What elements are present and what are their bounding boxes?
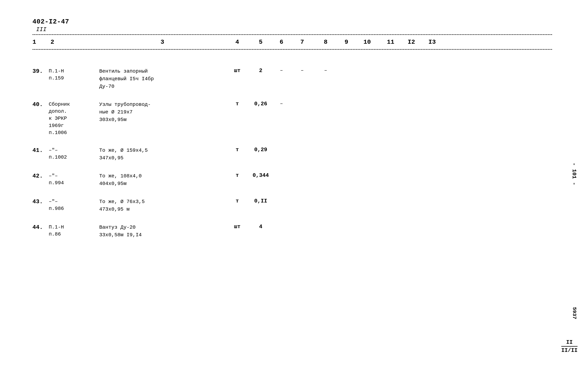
row-39-ref: П.1-Н п.159 — [49, 66, 99, 82]
row-40-num: 40. — [32, 99, 49, 108]
col-header-6: 6 — [273, 39, 291, 45]
table-row: 42. –"– п.994 То же, 108x4,0 404x0,95м т… — [32, 171, 552, 187]
row-39-desc: Вентиль запорный фланцевый I5ч I4бр Ду-7… — [99, 66, 226, 90]
doc-number: 402-I2-47 — [32, 18, 69, 25]
row-42-num: 42. — [32, 171, 49, 179]
row-43-num: 43. — [32, 197, 49, 205]
table-row: 43. –"– п.986 То же, Ø 76x3,5 473x0,95 м… — [32, 197, 552, 213]
column-headers: 1 2 3 4 5 6 7 8 9 10 11 I2 I3 — [32, 35, 552, 49]
row-44-ref: П.1-Н п.86 — [49, 222, 99, 238]
col-header-12: I2 — [402, 39, 420, 45]
row-42-desc: То же, 108x4,0 404x0,95м — [99, 171, 226, 187]
row-41-ref: –"– п.1002 — [49, 145, 99, 161]
doc-subtitle: III — [36, 26, 69, 33]
col-header-11: 11 — [379, 39, 402, 45]
row-40-desc: Узлы трубопровод- ные Ø 219x7 303x0,95м — [99, 99, 226, 124]
row-41-num: 41. — [32, 145, 49, 154]
table-row: 44. П.1-Н п.86 Вантуз Ду-20 33x0,58м I9,… — [32, 222, 552, 239]
row-44-qty: 4 — [249, 222, 273, 230]
col-header-13: I3 — [420, 39, 444, 45]
row-44-num: 44. — [32, 222, 49, 231]
bottom-fraction-top: II — [561, 339, 578, 347]
row-42-unit: т — [226, 171, 249, 179]
row-44-unit: шт — [226, 222, 249, 230]
row-40-ref: Сборник допол. к ЭРКР 1969г п.1006 — [49, 99, 99, 136]
row-43-ref: –"– п.986 — [49, 197, 99, 212]
row-39-unit: шт — [226, 66, 249, 74]
row-39-num: 39. — [32, 66, 49, 75]
col-header-1: 1 — [32, 39, 49, 45]
col-header-5: 5 — [249, 39, 273, 45]
col-header-7: 7 — [291, 39, 314, 45]
table-row: 41. –"– п.1002 То же, Ø 159x4,5 347x0,95… — [32, 145, 552, 162]
row-39-col8: – — [314, 66, 337, 73]
col-header-2: 2 — [49, 39, 99, 45]
row-40-col6: – — [273, 99, 291, 106]
row-41-unit: т — [226, 145, 249, 153]
row-41-desc: То же, Ø 159x4,5 347x0,95 — [99, 145, 226, 162]
table-row: 40. Сборник допол. к ЭРКР 1969г п.1006 У… — [32, 99, 552, 136]
data-rows: 39. П.1-Н п.159 Вентиль запорный фланцев… — [32, 57, 552, 239]
col-header-9: 9 — [337, 39, 356, 45]
row-43-qty: 0,II — [249, 197, 273, 204]
table-area: 1 2 3 4 5 6 7 8 9 10 11 I2 I3 39. П.1-Н … — [32, 34, 552, 239]
row-41-qty: 0,29 — [249, 145, 273, 153]
row-42-ref: –"– п.994 — [49, 171, 99, 186]
col-header-8: 8 — [314, 39, 337, 45]
side-label-5937: 5937 — [572, 307, 577, 319]
row-39-col6: – — [273, 66, 291, 73]
bottom-header-dashed-line — [32, 49, 552, 50]
col-header-3: 3 — [99, 39, 226, 45]
row-42-qty: 0,344 — [249, 171, 273, 179]
row-43-unit: т — [226, 197, 249, 204]
col-header-10: 10 — [356, 39, 379, 45]
bottom-fraction-bottom: II/II — [561, 347, 578, 354]
row-43-desc: То же, Ø 76x3,5 473x0,95 м — [99, 197, 226, 213]
row-44-desc: Вантуз Ду-20 33x0,58м I9,I4 — [99, 222, 226, 239]
row-39-col7: – — [291, 66, 314, 73]
col-header-4: 4 — [226, 39, 249, 45]
row-40-qty: 0,26 — [249, 99, 273, 107]
side-label-101: - 101 - — [571, 162, 577, 185]
table-row: 39. П.1-Н п.159 Вентиль запорный фланцев… — [32, 66, 552, 90]
row-39-qty: 2 — [249, 66, 273, 74]
row-40-unit: т — [226, 99, 249, 107]
